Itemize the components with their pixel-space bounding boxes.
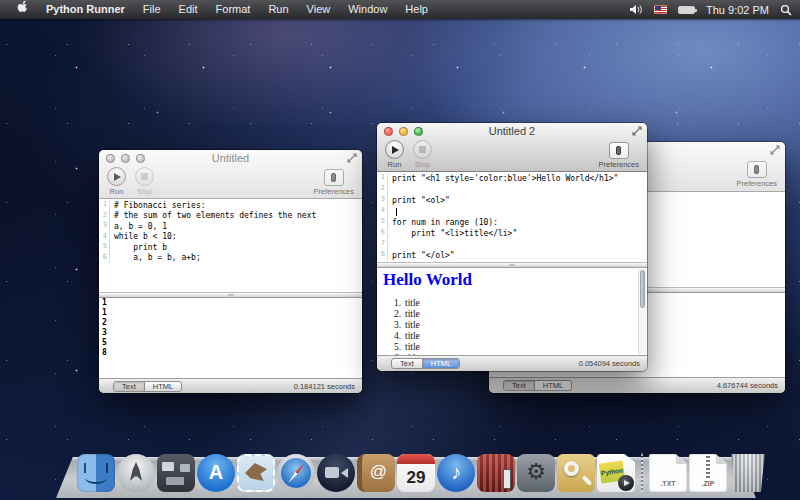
menu-clock[interactable]: Thu 9:02 PM bbox=[706, 4, 769, 16]
apple-menu[interactable] bbox=[8, 0, 37, 19]
execution-time: 0.184121 seconds bbox=[294, 382, 355, 391]
volume-icon[interactable] bbox=[629, 4, 643, 15]
output-pane[interactable]: 1 1 2 3 5 8 bbox=[99, 298, 362, 378]
code-editor[interactable]: 1# Fibonacci series: 2# the sum of two e… bbox=[99, 199, 362, 292]
menu-edit[interactable]: Edit bbox=[170, 0, 207, 19]
preferences-button[interactable]: Preferences bbox=[737, 159, 777, 188]
close-button[interactable] bbox=[106, 154, 115, 163]
fullscreen-icon[interactable] bbox=[347, 153, 357, 163]
photo-booth-icon[interactable] bbox=[477, 454, 515, 492]
code-line: 4while b < 10: bbox=[99, 232, 362, 243]
preferences-button[interactable]: Preferences bbox=[314, 167, 354, 196]
status-bar: Text HTML 0.054094 seconds bbox=[377, 355, 647, 371]
menu-bar: Python Runner File Edit Format Run View … bbox=[0, 0, 800, 19]
titlebar[interactable]: Untitled 2 bbox=[377, 123, 647, 139]
stop-button[interactable]: Stop bbox=[413, 140, 432, 169]
preferences-button[interactable]: Preferences bbox=[599, 140, 639, 169]
facetime-icon[interactable] bbox=[317, 454, 355, 492]
html-output-pane[interactable]: Hello World 1.title 2.title 3.title 4.ti… bbox=[377, 268, 647, 355]
run-button[interactable]: Run bbox=[107, 167, 126, 196]
stamp-bird-icon bbox=[245, 463, 267, 481]
stop-icon bbox=[413, 140, 432, 159]
code-line: 5for num in range (10): bbox=[377, 217, 647, 228]
text-mode-button[interactable]: Text bbox=[504, 381, 534, 390]
code-line: 7 bbox=[377, 239, 647, 250]
txt-document-icon[interactable]: .TXT bbox=[649, 454, 687, 492]
stop-button[interactable]: Stop bbox=[135, 167, 154, 196]
window-untitled-2: Untitled 2 Run Stop Preferences 1prin bbox=[377, 123, 647, 371]
rendered-list-item: 2.title bbox=[383, 309, 641, 320]
rendered-list-item: 3.title bbox=[383, 320, 641, 331]
text-cursor bbox=[396, 208, 397, 216]
app-store-icon[interactable]: A bbox=[197, 454, 235, 492]
text-mode-button[interactable]: Text bbox=[392, 359, 422, 368]
scrollbar-thumb[interactable] bbox=[640, 270, 645, 308]
desktop: Python Runner File Edit Format Run View … bbox=[0, 0, 800, 500]
play-icon bbox=[385, 140, 404, 159]
run-button[interactable]: Run bbox=[385, 140, 404, 169]
html-mode-button[interactable]: HTML bbox=[144, 382, 181, 391]
menu-run[interactable]: Run bbox=[259, 0, 297, 19]
play-icon bbox=[107, 167, 126, 186]
code-line: 4 bbox=[377, 206, 647, 217]
code-editor[interactable]: 1print "<h1 style='color:blue'>Hello Wor… bbox=[377, 172, 647, 262]
stop-icon bbox=[135, 167, 154, 186]
rocket-icon bbox=[130, 462, 142, 482]
fullscreen-icon[interactable] bbox=[770, 145, 780, 155]
output-line: 1 bbox=[99, 298, 362, 308]
code-line: 6 a, b = b, a+b; bbox=[99, 253, 362, 264]
close-button[interactable] bbox=[384, 127, 393, 136]
apple-icon bbox=[17, 0, 28, 13]
dock: A @ 29 ♪ ⚙ Python .TXT .ZIP bbox=[0, 444, 800, 500]
system-preferences-icon[interactable]: ⚙ bbox=[517, 454, 555, 492]
minimize-button[interactable] bbox=[399, 127, 408, 136]
scrollbar[interactable] bbox=[638, 269, 646, 354]
fullscreen-icon[interactable] bbox=[632, 126, 642, 136]
menu-app-name[interactable]: Python Runner bbox=[37, 0, 134, 19]
splitter-grip-icon bbox=[228, 294, 234, 297]
safari-icon[interactable] bbox=[277, 454, 315, 492]
minimize-button[interactable] bbox=[121, 154, 130, 163]
menu-help[interactable]: Help bbox=[396, 0, 437, 19]
finder-icon[interactable] bbox=[77, 454, 115, 492]
launchpad-icon[interactable] bbox=[117, 454, 155, 492]
preferences-icon bbox=[609, 142, 629, 159]
mission-control-icon[interactable] bbox=[157, 454, 195, 492]
trash-icon[interactable] bbox=[729, 454, 767, 492]
mail-icon[interactable] bbox=[237, 454, 275, 492]
python-runner-icon[interactable]: Python bbox=[597, 454, 635, 492]
window-untitled: Untitled Run Stop Preferences 1# Fibo bbox=[99, 150, 362, 393]
splitter-grip-icon bbox=[509, 264, 515, 267]
itunes-icon[interactable]: ♪ bbox=[437, 454, 475, 492]
execution-time: 4.676744 seconds bbox=[717, 381, 778, 390]
menu-file[interactable]: File bbox=[134, 0, 170, 19]
html-mode-button[interactable]: HTML bbox=[422, 359, 459, 368]
magnifier-icon bbox=[564, 461, 579, 476]
search-app-icon[interactable] bbox=[557, 454, 595, 492]
output-mode-toggle: Text HTML bbox=[503, 380, 572, 391]
output-line: 3 bbox=[99, 328, 362, 338]
text-mode-button[interactable]: Text bbox=[114, 382, 144, 391]
rendered-list-item: 1.title bbox=[383, 298, 641, 309]
status-bar: Text HTML 0.184121 seconds bbox=[99, 378, 362, 393]
menu-format[interactable]: Format bbox=[207, 0, 260, 19]
output-line: 1 bbox=[99, 308, 362, 318]
rendered-list-item: 6.title bbox=[383, 353, 641, 355]
code-line: 8print "</ol>" bbox=[377, 250, 647, 261]
code-line: 3a, b = 0, 1 bbox=[99, 221, 362, 232]
spotlight-icon[interactable] bbox=[780, 4, 792, 16]
code-line: 3print "<ol>" bbox=[377, 195, 647, 206]
rendered-list-item: 4.title bbox=[383, 331, 641, 342]
menu-view[interactable]: View bbox=[298, 0, 340, 19]
html-mode-button[interactable]: HTML bbox=[534, 381, 571, 390]
titlebar[interactable]: Untitled bbox=[99, 150, 362, 166]
address-book-icon[interactable]: @ bbox=[357, 454, 395, 492]
menu-window[interactable]: Window bbox=[339, 0, 396, 19]
input-language-flag-icon[interactable] bbox=[654, 5, 667, 14]
zoom-button[interactable] bbox=[136, 154, 145, 163]
battery-icon[interactable] bbox=[678, 6, 695, 14]
calendar-icon[interactable]: 29 bbox=[397, 454, 435, 492]
toolbar: Run Stop Preferences bbox=[377, 139, 647, 171]
zip-document-icon[interactable]: .ZIP bbox=[689, 454, 727, 492]
zoom-button[interactable] bbox=[414, 127, 423, 136]
